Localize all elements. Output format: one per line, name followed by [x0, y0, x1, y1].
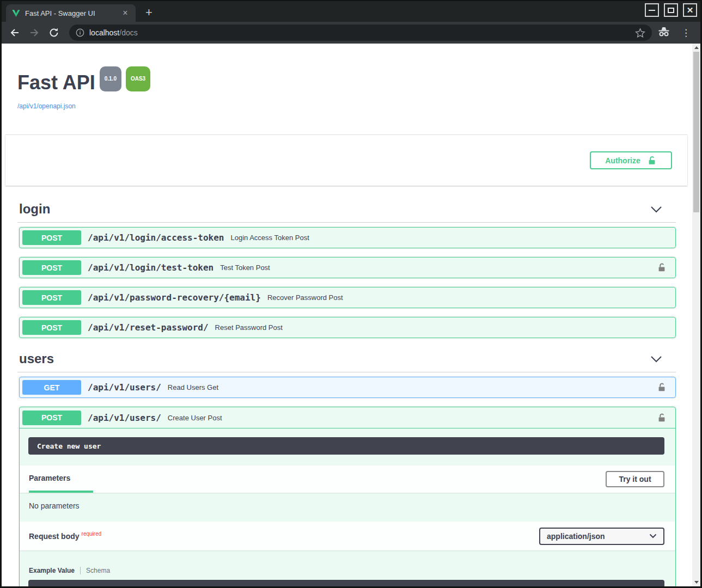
endpoint-path: /api/v1/users/ — [88, 382, 161, 393]
endpoint-row-create-user[interactable]: POST /api/v1/users/ Create User Post — [20, 407, 675, 428]
model-example-tabs: Example Value Schema — [29, 567, 675, 574]
openapi-spec-link[interactable]: /api/v1/openapi.json — [17, 102, 76, 110]
method-badge: GET — [22, 380, 81, 395]
method-badge: POST — [22, 260, 81, 275]
chevron-down-icon[interactable] — [650, 206, 662, 213]
incognito-icon — [657, 26, 670, 37]
url-host: localhost — [89, 28, 119, 37]
reload-button[interactable] — [48, 27, 59, 38]
endpoint-path: /api/v1/reset-password/ — [88, 322, 209, 333]
endpoint-summary: Create User Post — [168, 414, 222, 422]
auth-lock-button[interactable] — [657, 413, 667, 423]
endpoint-row-password-recovery[interactable]: POST /api/v1/password-recovery/{email} R… — [19, 287, 676, 308]
auth-lock-button[interactable] — [657, 382, 667, 393]
try-it-out-button[interactable]: Try it out — [606, 471, 664, 487]
forward-arrow-icon — [29, 27, 40, 38]
fastapi-favicon-icon — [11, 9, 21, 18]
operation-description: Create new user — [28, 437, 664, 455]
example-code-block[interactable]: { — [28, 580, 664, 586]
no-parameters-text: No parameters — [20, 493, 675, 522]
endpoint-path: /api/v1/login/test-token — [88, 262, 213, 273]
endpoint-summary: Login Access Token Post — [230, 234, 309, 242]
back-button[interactable] — [9, 27, 20, 38]
window-minimize-button[interactable] — [645, 3, 659, 17]
endpoint-path: /api/v1/login/access-token — [88, 232, 224, 243]
oas-badge: OAS3 — [126, 66, 150, 91]
section-title: users — [19, 351, 54, 367]
section-title: login — [19, 201, 50, 217]
back-arrow-icon — [9, 27, 20, 38]
scheme-container: Authorize — [5, 135, 687, 186]
unlocked-padlock-icon — [657, 382, 667, 393]
new-tab-button[interactable]: + — [145, 7, 152, 19]
request-body-header: Request bodyrequired application/json — [20, 522, 675, 550]
page-scrollbar[interactable] — [692, 44, 700, 586]
info-icon[interactable] — [76, 28, 84, 37]
endpoint-summary: Test Token Post — [220, 264, 270, 272]
scrollbar-thumb[interactable] — [693, 52, 699, 212]
window-close-button[interactable]: ✕ — [683, 3, 697, 17]
authorize-button[interactable]: Authorize — [590, 151, 672, 169]
endpoint-row-read-users[interactable]: GET /api/v1/users/ Read Users Get — [19, 377, 676, 398]
tab-example-value[interactable]: Example Value — [29, 567, 81, 574]
page-title: Fast API0.1.0OAS3 — [17, 72, 676, 100]
method-badge: POST — [22, 411, 81, 425]
maximize-icon — [668, 8, 674, 13]
swagger-page: Fast API0.1.0OAS3 /api/v1/openapi.json A… — [2, 44, 700, 586]
address-bar[interactable]: localhost/docs — [69, 24, 652, 41]
endpoint-summary: Reset Password Post — [215, 323, 283, 332]
opblock-create-user: POST /api/v1/users/ Create User Post Cre… — [19, 407, 676, 586]
forward-button[interactable] — [29, 27, 40, 38]
endpoint-path: /api/v1/password-recovery/{email} — [88, 292, 261, 303]
content-type-value: application/json — [547, 532, 605, 541]
tab-close-icon[interactable]: × — [120, 9, 130, 17]
method-badge: POST — [22, 320, 81, 335]
endpoint-path: /api/v1/users/ — [88, 413, 161, 423]
content-type-select[interactable]: application/json — [539, 528, 664, 545]
authorize-label: Authorize — [605, 156, 640, 165]
window-maximize-button[interactable] — [664, 3, 678, 17]
browser-window: Fast API - Swagger UI × + ✕ — [0, 0, 702, 588]
endpoint-row-reset-password[interactable]: POST /api/v1/reset-password/ Reset Passw… — [19, 317, 676, 338]
api-title-text: Fast API — [17, 71, 95, 94]
unlocked-padlock-icon — [657, 262, 667, 273]
version-badge: 0.1.0 — [100, 66, 121, 91]
unlocked-padlock-icon — [647, 156, 657, 166]
scroll-up-arrow[interactable] — [692, 44, 700, 52]
browser-tab[interactable]: Fast API - Swagger UI × — [6, 4, 136, 22]
chevron-down-icon — [649, 534, 657, 538]
section-header-users[interactable]: users — [17, 351, 676, 372]
section-header-login[interactable]: login — [17, 201, 676, 223]
endpoint-row-login-access-token[interactable]: POST /api/v1/login/access-token Login Ac… — [19, 227, 676, 248]
tab-parameters[interactable]: Parameters — [29, 465, 93, 493]
request-body-label: Request bodyrequired — [29, 532, 101, 541]
endpoint-row-login-test-token[interactable]: POST /api/v1/login/test-token Test Token… — [19, 257, 676, 278]
url-path: /docs — [119, 28, 137, 37]
title-bar: Fast API - Swagger UI × + ✕ — [2, 1, 700, 22]
chevron-down-icon[interactable] — [650, 356, 662, 363]
tab-title: Fast API - Swagger UI — [25, 9, 120, 17]
close-icon: ✕ — [687, 6, 694, 14]
browser-toolbar: localhost/docs ⋮ — [2, 22, 700, 44]
method-badge: POST — [22, 290, 81, 305]
auth-lock-button[interactable] — [657, 262, 667, 273]
star-icon — [635, 28, 645, 38]
parameters-header: Parameters Try it out — [20, 465, 675, 493]
request-body-label-text: Request body — [29, 532, 80, 541]
minimize-icon — [649, 10, 655, 11]
method-badge: POST — [22, 230, 81, 245]
bookmark-button[interactable] — [635, 28, 645, 38]
unlocked-padlock-icon — [657, 413, 667, 423]
browser-menu-button[interactable]: ⋮ — [681, 28, 691, 38]
reload-icon — [48, 27, 59, 38]
required-flag: required — [82, 531, 102, 537]
endpoint-summary: Read Users Get — [168, 383, 218, 391]
scroll-down-arrow[interactable] — [692, 578, 700, 586]
endpoint-summary: Recover Password Post — [267, 293, 343, 302]
tab-schema[interactable]: Schema — [81, 567, 110, 574]
incognito-button[interactable] — [657, 26, 670, 39]
